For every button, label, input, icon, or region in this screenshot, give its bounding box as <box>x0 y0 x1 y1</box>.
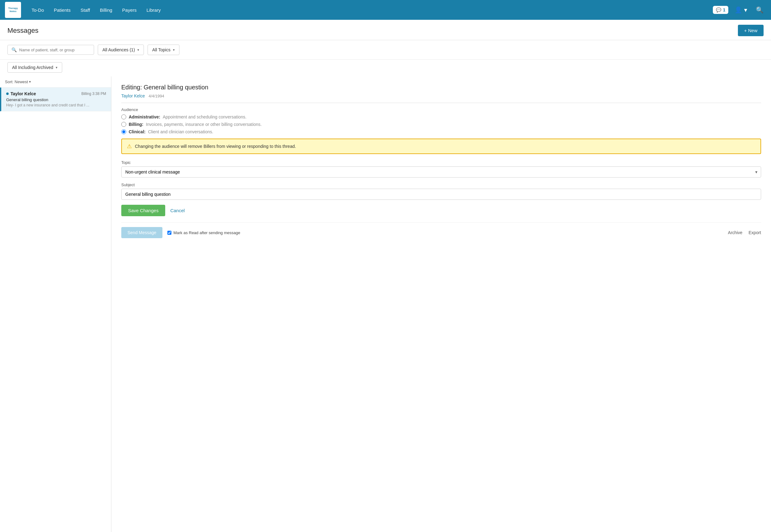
clinical-option-desc: Client and clinician conversations. <box>148 129 213 134</box>
message-sender: Taylor Kelce <box>11 91 36 96</box>
sort-chevron-icon: ▾ <box>29 80 31 84</box>
mark-read-label[interactable]: Mark as Read after sending message <box>167 230 240 235</box>
topic-label: Topic <box>121 160 761 165</box>
page-title: Messages <box>7 27 38 35</box>
topic-group: Topic Non-urgent clinical message Urgent… <box>121 160 761 178</box>
archive-link[interactable]: Archive <box>728 230 743 235</box>
navbar: TherapyNotes To-Do Patients Staff Billin… <box>0 0 771 20</box>
patient-link[interactable]: Taylor Kelce <box>121 93 145 98</box>
sort-label: Sort: Newest <box>5 79 28 84</box>
audience-clinical-option[interactable]: Clinical: Client and clinician conversat… <box>121 129 761 134</box>
topic-select-wrapper: Non-urgent clinical message Urgent clini… <box>121 166 761 178</box>
billing-option-desc: Invoices, payments, insurance or other b… <box>146 122 261 127</box>
audience-radio-group: Administrative: Appointment and scheduli… <box>121 114 761 134</box>
message-list: Taylor Kelce Billing 3:38 PM General bil… <box>0 88 111 532</box>
audience-field-label: Audience <box>121 107 761 112</box>
edit-title: Editing: General billing question <box>121 84 761 91</box>
audience-dropdown[interactable]: All Audiences (1) ▾ <box>98 45 144 55</box>
message-meta: Billing 3:38 PM <box>81 92 106 96</box>
subject-label: Subject <box>121 182 761 187</box>
right-panel: Editing: General billing question Taylor… <box>111 76 771 532</box>
clinical-option-name: Clinical: <box>129 129 145 134</box>
page-header: Messages + New <box>0 20 771 40</box>
search-box: 🔍 <box>7 45 94 55</box>
audience-billing-radio[interactable] <box>121 122 126 127</box>
warning-icon: ⚠ <box>127 143 132 150</box>
admin-option-name: Administrative: <box>129 114 160 119</box>
archive-filter-dropdown[interactable]: All Including Archived ▾ <box>7 62 62 73</box>
nav-patients[interactable]: Patients <box>50 5 75 15</box>
message-item-header: Taylor Kelce Billing 3:38 PM <box>6 91 106 96</box>
main-layout: Sort: Newest ▾ Taylor Kelce Billing 3:38… <box>0 76 771 532</box>
action-buttons: Save Changes Cancel <box>121 205 761 216</box>
nav-links: To-Do Patients Staff Billing Payers Libr… <box>27 5 710 15</box>
save-changes-button[interactable]: Save Changes <box>121 205 165 216</box>
subject-group: Subject <box>121 182 761 200</box>
bottom-bar: Send Message Mark as Read after sending … <box>121 222 761 238</box>
export-link[interactable]: Export <box>749 230 761 235</box>
nav-staff[interactable]: Staff <box>76 5 94 15</box>
topic-select[interactable]: Non-urgent clinical message Urgent clini… <box>121 166 761 178</box>
archive-filter-label: All Including Archived <box>12 65 53 70</box>
messages-count: 1 <box>723 7 726 12</box>
nav-billing[interactable]: Billing <box>96 5 117 15</box>
message-preview: Hey- I got a new insurance and credit ca… <box>6 103 106 107</box>
user-menu-button[interactable]: 👤 ▾ <box>732 5 750 15</box>
message-item[interactable]: Taylor Kelce Billing 3:38 PM General bil… <box>0 88 111 111</box>
topics-chevron-icon: ▾ <box>173 48 175 52</box>
left-panel: Sort: Newest ▾ Taylor Kelce Billing 3:38… <box>0 76 111 532</box>
search-input[interactable] <box>19 48 90 52</box>
message-item-name: Taylor Kelce <box>6 91 36 96</box>
page-container: Messages + New 🔍 All Audiences (1) ▾ All… <box>0 20 771 532</box>
chat-icon: 💬 <box>716 7 721 12</box>
warning-text: Changing the audience will remove Biller… <box>135 144 296 149</box>
search-icon: 🔍 <box>11 47 17 52</box>
mark-read-text: Mark as Read after sending message <box>173 230 240 235</box>
message-subject: General billing question <box>6 97 106 102</box>
billing-option-name: Billing: <box>129 122 143 127</box>
nav-payers[interactable]: Payers <box>118 5 141 15</box>
warning-box: ⚠ Changing the audience will remove Bill… <box>121 139 761 154</box>
filters-row: 🔍 All Audiences (1) ▾ All Topics ▾ <box>0 40 771 60</box>
audience-label: All Audiences (1) <box>102 47 135 52</box>
sort-bar: Sort: Newest ▾ <box>0 76 111 88</box>
patient-info: Taylor Kelce 4/4/1994 <box>121 93 761 98</box>
admin-option-desc: Appointment and scheduling conversations… <box>163 114 247 119</box>
audience-admin-radio[interactable] <box>121 114 126 119</box>
divider <box>121 103 761 103</box>
subject-input[interactable] <box>121 189 761 200</box>
send-message-button[interactable]: Send Message <box>121 227 162 238</box>
mark-read-checkbox[interactable] <box>167 231 171 235</box>
unread-dot <box>6 92 9 95</box>
search-nav-button[interactable]: 🔍 <box>753 5 766 15</box>
nav-library[interactable]: Library <box>142 5 165 15</box>
navbar-right: 💬 1 👤 ▾ 🔍 <box>713 5 766 15</box>
filters-row2: All Including Archived ▾ <box>0 60 771 76</box>
audience-clinical-radio[interactable] <box>121 129 126 134</box>
audience-chevron-icon: ▾ <box>137 48 139 52</box>
app-logo[interactable]: TherapyNotes <box>5 2 21 18</box>
topics-dropdown[interactable]: All Topics ▾ <box>148 45 179 55</box>
nav-todo[interactable]: To-Do <box>27 5 48 15</box>
cancel-button[interactable]: Cancel <box>170 208 185 213</box>
audience-billing-option[interactable]: Billing: Invoices, payments, insurance o… <box>121 122 761 127</box>
new-button[interactable]: + New <box>738 25 764 36</box>
audience-admin-option[interactable]: Administrative: Appointment and scheduli… <box>121 114 761 119</box>
messages-badge[interactable]: 💬 1 <box>713 6 729 14</box>
bottom-links: Archive Export <box>728 230 761 235</box>
archive-filter-chevron-icon: ▾ <box>56 66 58 70</box>
topics-label: All Topics <box>152 47 170 52</box>
patient-dob: 4/4/1994 <box>149 94 164 98</box>
